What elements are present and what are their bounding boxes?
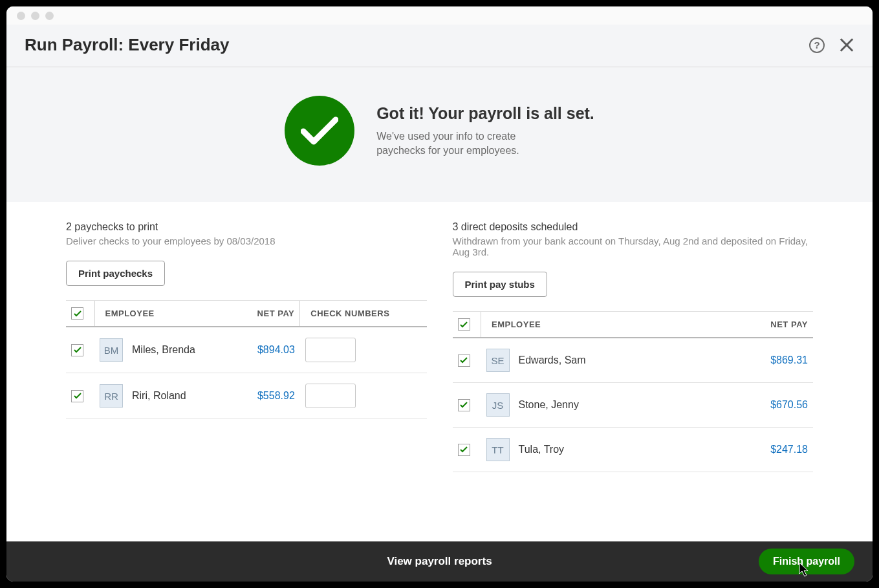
employee-name: Tula, Troy bbox=[519, 444, 565, 455]
check-number-input[interactable] bbox=[305, 338, 356, 362]
paychecks-table: EMPLOYEE NET PAY CHECK NUMBERS BMMiles, … bbox=[66, 300, 427, 419]
row-checkbox[interactable] bbox=[71, 390, 83, 402]
avatar: SE bbox=[486, 349, 510, 372]
col-netpay: NET PAY bbox=[713, 312, 813, 338]
net-pay-value: $670.56 bbox=[713, 383, 813, 428]
deposits-subtitle: Withdrawn from your bank account on Thur… bbox=[453, 235, 814, 257]
avatar: BM bbox=[100, 338, 123, 362]
checkmark-icon bbox=[285, 96, 354, 166]
close-icon[interactable] bbox=[839, 38, 854, 53]
traffic-minimize[interactable] bbox=[31, 12, 39, 20]
deposits-table: EMPLOYEE NET PAY SEEdwards, Sam $869.31 … bbox=[453, 311, 814, 472]
deposits-section: 3 direct deposits scheduled Withdrawn fr… bbox=[453, 221, 814, 528]
banner-subtext: We've used your info to create paychecks… bbox=[376, 129, 594, 157]
header-actions: ? bbox=[809, 38, 854, 53]
row-checkbox[interactable] bbox=[458, 444, 470, 456]
row-checkbox[interactable] bbox=[458, 399, 470, 411]
table-row: TTTula, Troy $247.18 bbox=[453, 428, 814, 472]
select-all-paychecks-checkbox[interactable] bbox=[71, 307, 83, 320]
success-banner: Got it! Your payroll is all set. We've u… bbox=[6, 67, 873, 202]
table-row: SEEdwards, Sam $869.31 bbox=[453, 338, 814, 383]
col-employee: EMPLOYEE bbox=[94, 301, 236, 327]
print-pay-stubs-button[interactable]: Print pay stubs bbox=[453, 272, 547, 297]
select-all-deposits-checkbox[interactable] bbox=[458, 318, 470, 331]
check-number-input[interactable] bbox=[305, 384, 356, 408]
table-row: JSStone, Jenny $670.56 bbox=[453, 383, 814, 428]
row-checkbox[interactable] bbox=[71, 344, 83, 356]
deposits-title: 3 direct deposits scheduled bbox=[453, 221, 814, 233]
paychecks-section: 2 paychecks to print Deliver checks to y… bbox=[66, 221, 427, 528]
net-pay-value: $869.31 bbox=[713, 338, 813, 383]
net-pay-value: $558.92 bbox=[236, 373, 300, 419]
traffic-close[interactable] bbox=[17, 12, 25, 20]
row-checkbox[interactable] bbox=[458, 354, 470, 367]
avatar: RR bbox=[100, 384, 123, 408]
table-row: RRRiri, Roland $558.92 bbox=[66, 373, 427, 419]
page-title: Run Payroll: Every Friday bbox=[25, 35, 229, 55]
net-pay-value: $247.18 bbox=[713, 428, 813, 472]
footer-bar: View payroll reports Finish payroll bbox=[6, 541, 873, 582]
traffic-zoom[interactable] bbox=[45, 12, 54, 20]
table-row: BMMiles, Brenda $894.03 bbox=[66, 327, 427, 373]
paychecks-subtitle: Deliver checks to your employees by 08/0… bbox=[66, 235, 427, 246]
avatar: JS bbox=[486, 393, 510, 417]
employee-name: Stone, Jenny bbox=[519, 399, 579, 411]
col-checknum: CHECK NUMBERS bbox=[300, 301, 427, 327]
banner-heading: Got it! Your payroll is all set. bbox=[376, 104, 594, 123]
content-area: 2 paychecks to print Deliver checks to y… bbox=[6, 202, 873, 541]
avatar: TT bbox=[486, 438, 510, 461]
banner-text: Got it! Your payroll is all set. We've u… bbox=[376, 104, 594, 157]
finish-payroll-button[interactable]: Finish payroll bbox=[759, 549, 854, 574]
paychecks-title: 2 paychecks to print bbox=[66, 221, 427, 233]
col-employee: EMPLOYEE bbox=[481, 312, 713, 338]
app-window: Run Payroll: Every Friday ? Got it! Your… bbox=[6, 6, 873, 582]
help-icon[interactable]: ? bbox=[809, 38, 825, 53]
employee-name: Riri, Roland bbox=[132, 390, 186, 402]
net-pay-value: $894.03 bbox=[236, 327, 300, 373]
mac-titlebar bbox=[6, 6, 873, 25]
employee-name: Miles, Brenda bbox=[132, 344, 195, 356]
col-netpay: NET PAY bbox=[236, 301, 300, 327]
view-payroll-reports-link[interactable]: View payroll reports bbox=[387, 555, 492, 568]
page-header: Run Payroll: Every Friday ? bbox=[6, 25, 873, 67]
employee-name: Edwards, Sam bbox=[519, 354, 586, 366]
print-paychecks-button[interactable]: Print paychecks bbox=[66, 261, 165, 286]
